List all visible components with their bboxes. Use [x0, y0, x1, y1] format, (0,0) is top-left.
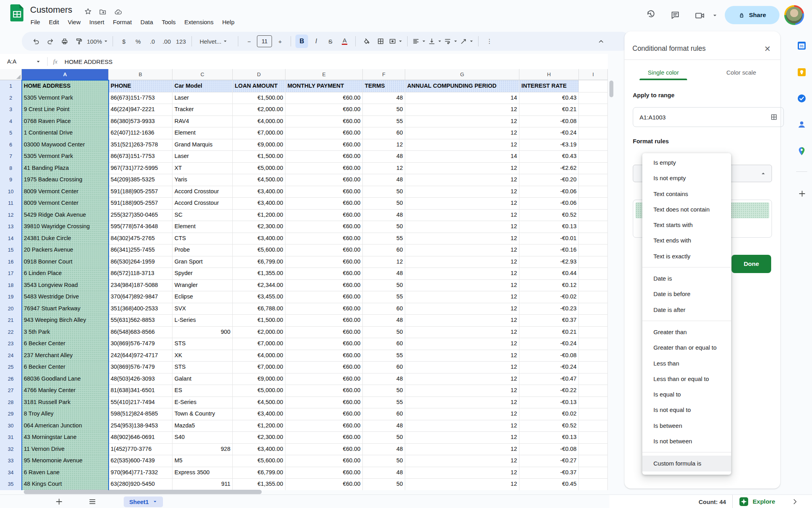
cell[interactable]: 595(778)574-3648 [109, 221, 172, 233]
name-box[interactable]: A:A [0, 58, 36, 65]
cell[interactable]: 48 [363, 267, 405, 280]
cell[interactable]: -€0.24 [519, 361, 579, 373]
cell[interactable]: 48 [363, 373, 405, 385]
add-sheet-icon[interactable] [55, 497, 63, 506]
cell[interactable]: €60.00 [285, 396, 363, 409]
cell[interactable]: 3543 Longview Road [22, 279, 109, 292]
cell[interactable] [579, 338, 608, 350]
explore-button[interactable]: Explore [753, 498, 775, 505]
cell[interactable]: 55(631)562-8853 [109, 314, 172, 327]
cell[interactable] [579, 221, 608, 233]
cell[interactable]: 55 [363, 350, 405, 362]
cell[interactable] [579, 396, 608, 409]
cell[interactable]: ES [172, 385, 233, 397]
cell[interactable]: 12 [405, 233, 519, 245]
cell[interactable]: 943 Weeping Birch Alley [22, 314, 109, 327]
row-header-23[interactable]: 23 [0, 338, 22, 350]
row-header-31[interactable]: 31 [0, 431, 22, 444]
column-header-B[interactable]: B [109, 69, 172, 80]
cell[interactable]: 237 Merchant Alley [22, 350, 109, 362]
cell[interactable]: Element [172, 221, 233, 233]
cell[interactable]: €1,500.00 [233, 314, 285, 327]
cell[interactable]: €5,000.00 [233, 162, 285, 175]
cell[interactable]: 62(407)112-1636 [109, 127, 172, 139]
cell[interactable]: -€0.13 [519, 396, 579, 409]
cell[interactable]: 12 [405, 455, 519, 467]
cell[interactable] [579, 104, 608, 116]
explore-icon[interactable] [739, 497, 749, 506]
cell[interactable]: €60.00 [285, 256, 363, 268]
cell[interactable]: €60.00 [285, 150, 363, 163]
menu-item-text-does-not-contain[interactable]: Text does not contain [642, 202, 731, 217]
cell[interactable]: TERMS [363, 80, 405, 92]
cell[interactable]: 12 [405, 127, 519, 139]
cell[interactable]: 55(410)217-7494 [109, 396, 172, 409]
comment-icon[interactable] [670, 10, 680, 20]
row-header-32[interactable]: 32 [0, 443, 22, 456]
cell[interactable]: 50 [363, 197, 405, 210]
cell[interactable]: 12 [405, 174, 519, 186]
cell[interactable]: 48 [363, 467, 405, 479]
cell[interactable]: 50 [363, 326, 405, 339]
cell[interactable] [579, 467, 608, 479]
cell[interactable]: €0.21 [519, 326, 579, 339]
cell[interactable]: Mazda5 [172, 420, 233, 432]
cell[interactable]: €60.00 [285, 104, 363, 116]
row-header-8[interactable]: 8 [0, 162, 22, 175]
cell[interactable]: 60 [363, 361, 405, 373]
cell[interactable]: 900 [172, 326, 233, 339]
cell[interactable]: €0.43 [519, 150, 579, 163]
cell[interactable]: €60.00 [285, 279, 363, 292]
cell[interactable]: 55 [363, 233, 405, 245]
cell[interactable]: €1,200.00 [233, 209, 285, 221]
cell[interactable]: 68036 Goodland Lane [22, 373, 109, 385]
all-sheets-icon[interactable] [88, 497, 97, 506]
row-header-17[interactable]: 17 [0, 267, 22, 280]
column-header-E[interactable]: E [285, 69, 363, 80]
cell[interactable]: 55 [363, 115, 405, 128]
cell[interactable]: 50 [363, 431, 405, 444]
cell[interactable]: -€2.62 [519, 162, 579, 175]
cell[interactable]: 50 [363, 455, 405, 467]
cell[interactable]: 234(984)187-5088 [109, 279, 172, 292]
cell[interactable]: 1(452)770-3776 [109, 443, 172, 456]
menu-item-text-is-exactly[interactable]: Text is exactly [642, 248, 731, 264]
cell[interactable]: 12 [405, 115, 519, 128]
column-header-D[interactable]: D [233, 69, 285, 80]
cell[interactable]: Spyder [172, 267, 233, 280]
menu-item-greater-than[interactable]: Greater than [642, 324, 731, 340]
increase-decimal[interactable]: .00 [160, 35, 173, 48]
cell[interactable]: SC [172, 209, 233, 221]
cell[interactable]: €0.44 [519, 267, 579, 280]
cell[interactable]: €0.45 [519, 478, 579, 490]
cell[interactable]: 8009 Vermont Center [22, 197, 109, 210]
cell[interactable]: 60 [363, 408, 405, 420]
cell[interactable]: Town & Country [172, 408, 233, 420]
row-header-15[interactable]: 15 [0, 244, 22, 256]
cell[interactable] [579, 139, 608, 151]
menu-item-is-between[interactable]: Is between [642, 418, 731, 433]
cell[interactable]: €60.00 [285, 162, 363, 175]
cell[interactable]: -€0.02 [519, 291, 579, 303]
cell[interactable]: €3,400.00 [233, 443, 285, 456]
row-header-6[interactable]: 6 [0, 139, 22, 151]
cell[interactable]: 41 Banding Plaza [22, 162, 109, 175]
cell[interactable]: 48 [363, 150, 405, 163]
menu-item-is-not-between[interactable]: Is not between [642, 433, 731, 449]
cell[interactable]: 14 [405, 150, 519, 163]
cell[interactable]: -€0.08 [519, 443, 579, 456]
cell[interactable]: CTS [172, 233, 233, 245]
redo-icon[interactable] [44, 35, 57, 48]
row-header-30[interactable]: 30 [0, 420, 22, 432]
cell[interactable]: 12 [405, 431, 519, 444]
cell[interactable]: -€0.01 [519, 233, 579, 245]
cell[interactable]: 63(280)920-5450 [109, 478, 172, 490]
cell[interactable]: €60.00 [285, 443, 363, 456]
undo-icon[interactable] [30, 35, 42, 48]
cell[interactable] [579, 115, 608, 128]
cell[interactable]: 03000 Maywood Center [22, 139, 109, 151]
row-header-4[interactable]: 4 [0, 115, 22, 128]
menu-tools[interactable]: Tools [157, 17, 180, 27]
version-history-icon[interactable] [645, 10, 656, 20]
cell[interactable]: 86(572)118-3713 [109, 267, 172, 280]
